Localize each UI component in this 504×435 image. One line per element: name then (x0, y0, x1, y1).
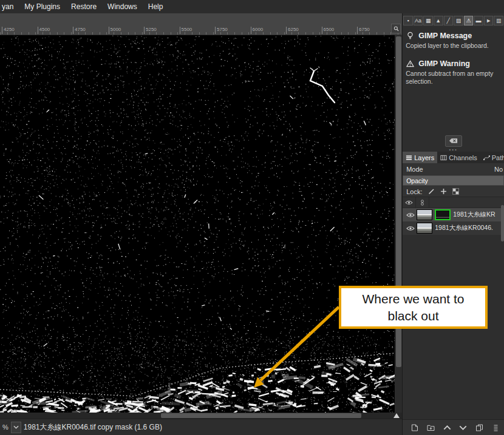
dialog-tab-device-status[interactable]: ▬ (474, 16, 483, 25)
zoom-dropdown-button[interactable] (11, 422, 21, 433)
zoom-percent-label: % (2, 423, 9, 431)
dialog-tab-histogram[interactable]: ▲ (434, 16, 443, 25)
console-toolbar (403, 133, 504, 148)
opacity-label: Opacity (406, 177, 428, 184)
panel-scrollbar-thumb[interactable] (501, 205, 504, 241)
ruler-label: 4250 (2, 27, 15, 34)
layer-name[interactable]: 1981大糸線KR (453, 211, 495, 219)
ruler-label: 6500 (322, 27, 335, 34)
brush-icon (428, 188, 435, 195)
checkerboard-icon (452, 188, 459, 195)
eye-icon (406, 212, 415, 218)
tab-layers[interactable]: Layers (403, 152, 437, 163)
layer-mask-thumbnail[interactable] (435, 209, 451, 220)
layer-name[interactable]: 1981大糸線KR0046. (435, 224, 493, 232)
link-column-header[interactable] (416, 197, 429, 207)
opacity-slider[interactable]: Opacity (403, 175, 504, 186)
canvas-padding (0, 13, 402, 27)
layer-visibility-toggle[interactable] (404, 226, 417, 231)
dialog-tab-patterns[interactable]: ▦ (423, 16, 433, 25)
tab-paths[interactable]: Paths (480, 152, 504, 163)
mode-label: Mode (406, 166, 423, 173)
lock-position-button[interactable] (440, 188, 447, 195)
merge-layer-button[interactable] (488, 422, 504, 433)
canvas-column: 4250450047505000525055005750600062506500… (0, 13, 402, 435)
tab-layers-label: Layers (414, 154, 434, 161)
menu-item-help[interactable]: Help (143, 2, 169, 11)
zoom-follow-window-button[interactable] (391, 24, 401, 33)
ruler-label: 5000 (109, 27, 121, 34)
mode-value: No (494, 166, 503, 173)
dialog-tab-pointer[interactable]: ► (484, 16, 494, 25)
dialog-tab-brushes[interactable]: ╱ (444, 16, 454, 25)
move-icon (440, 188, 447, 195)
gimp-warning-body: Cannot subtract from an empty selection. (406, 70, 502, 86)
menu-item-yan[interactable]: yan (0, 2, 19, 11)
layers-icon (406, 155, 412, 161)
ruler-label: 6000 (251, 27, 264, 34)
dialog-tab-error-console[interactable]: ⚠ (464, 16, 474, 25)
annotation-callout: Where we want to black out (339, 286, 488, 329)
navigation-icon[interactable] (393, 413, 400, 418)
ruler-label: 5250 (144, 27, 157, 34)
ruler-label: 6250 (286, 27, 299, 34)
vertical-scrollbar[interactable] (395, 35, 403, 413)
new-layer-button[interactable] (406, 422, 423, 433)
clear-icon (449, 138, 458, 144)
gimp-message-body: Copied layer to the clipboard. (406, 42, 502, 50)
channels-icon (440, 155, 447, 161)
dialog-tab-tool-options[interactable]: ▪ (403, 16, 413, 25)
layer-row[interactable]: 1981大糸線KR0046. (403, 221, 504, 235)
ruler-label: 6750 (357, 27, 370, 34)
callout-line1: Where we want to (362, 291, 464, 308)
chevron-down-icon (13, 425, 19, 429)
dialog-tab-row: ▪Aa▦▲╱▨⚠▬►▥ (403, 13, 504, 27)
image-canvas[interactable] (0, 35, 395, 413)
layers-toolbar (403, 419, 504, 435)
menu-item-restore[interactable]: Restore (66, 2, 102, 11)
dialog-tab-gradients[interactable]: ▥ (494, 16, 503, 25)
tab-channels[interactable]: Channels (437, 152, 480, 163)
status-title: 1981大糸線KR0046.tif copy mask (1.6 GB) (24, 422, 162, 433)
callout-line2: black out (387, 308, 438, 325)
ruler: 4250450047505000525055005750600062506500… (0, 27, 402, 35)
ruler-label: 5500 (180, 27, 192, 34)
horizontal-scrollbar[interactable] (0, 413, 402, 419)
dialog-tab-fonts[interactable]: Aa (414, 16, 423, 25)
ruler-label: 5750 (215, 27, 228, 34)
chain-icon (418, 200, 426, 206)
lock-alpha-button[interactable] (452, 188, 459, 195)
dock-tab-bar: Layers Channels Paths Undo (403, 152, 504, 163)
gimp-warning-title-row: GIMP Warning (406, 59, 502, 68)
layer-visibility-toggle[interactable] (404, 212, 417, 218)
layer-mode-row[interactable]: Mode No (403, 163, 504, 175)
visibility-column-header[interactable] (403, 197, 416, 207)
ruler-label: 4500 (38, 27, 50, 34)
paths-icon (483, 155, 490, 161)
status-bar: % 1981大糸線KR0046.tif copy mask (1.6 GB) (0, 419, 402, 435)
dialog-tab-pattern-fill[interactable]: ▨ (454, 16, 463, 25)
tab-paths-label: Paths (492, 154, 504, 161)
horizontal-scrollbar-thumb[interactable] (161, 413, 361, 418)
layer-thumbnail[interactable] (417, 223, 432, 234)
gimp-warning-title: GIMP Warning (418, 59, 470, 68)
lock-row: Lock: (403, 186, 504, 197)
tab-channels-label: Channels (449, 154, 477, 161)
warning-icon (406, 59, 414, 68)
menu-item-my-plugins[interactable]: My Plugins (19, 2, 66, 11)
ruler-label: 4750 (73, 27, 86, 34)
duplicate-layer-button[interactable] (471, 422, 488, 433)
lock-pixels-button[interactable] (428, 188, 435, 195)
layer-row-active[interactable]: 1981大糸線KR (403, 208, 504, 221)
new-group-button[interactable] (423, 422, 439, 433)
lower-layer-button[interactable] (455, 422, 472, 433)
clear-errors-button[interactable] (445, 135, 462, 147)
lock-label: Lock: (406, 188, 422, 195)
gimp-message-title-row: GIMP Message (406, 32, 502, 40)
gimp-window: yan My Plugins Restore Windows Help 4250… (0, 0, 504, 435)
raise-layer-button[interactable] (439, 422, 455, 433)
layer-list-header (403, 197, 504, 208)
menu-item-windows[interactable]: Windows (102, 2, 143, 11)
eye-icon (406, 226, 415, 231)
layer-thumbnail[interactable] (417, 209, 432, 220)
